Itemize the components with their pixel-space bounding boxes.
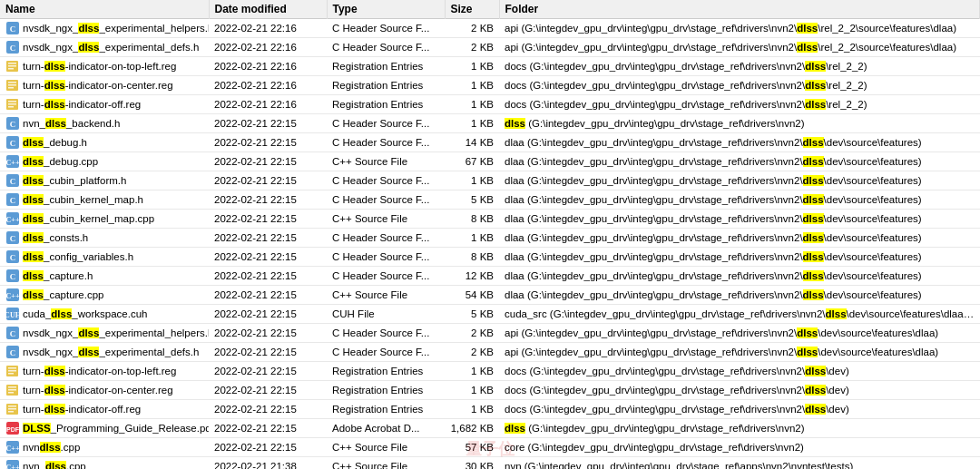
col-header-type[interactable]: Type <box>327 0 445 19</box>
file-name-cell[interactable]: Cdlss_capture.h <box>0 267 209 286</box>
name-highlight: dlss <box>23 289 44 300</box>
file-name-cell[interactable]: Cnvsdk_ngx_dlss_experimental_helpers.h <box>0 19 209 38</box>
file-name-cell[interactable]: turn-dlss-indicator-on-center.reg <box>0 381 209 400</box>
file-name-cell[interactable]: Cdlss_consts.h <box>0 229 209 248</box>
table-row[interactable]: C++nvn_dlss.cpp2022-02-21 21:38C++ Sourc… <box>0 457 980 470</box>
file-list-container[interactable]: Name Date modified Type Size Folder Cnvs… <box>0 0 980 469</box>
name-highlight: DLSS <box>23 423 51 434</box>
file-name-cell[interactable]: Cdlss_config_variables.h <box>0 248 209 267</box>
file-name-cell[interactable]: Cnvn_dlss_backend.h <box>0 114 209 133</box>
table-row[interactable]: Cdlss_config_variables.h2022-02-21 22:15… <box>0 248 980 267</box>
table-row[interactable]: Cnvsdk_ngx_dlss_experimental_defs.h2022-… <box>0 38 980 57</box>
file-name-cell[interactable]: CUHcuda_dlss_workspace.cuh <box>0 305 209 324</box>
folder-highlight: dlss <box>803 194 824 205</box>
file-size: 67 KB <box>445 152 499 171</box>
file-name-cell[interactable]: Cnvsdk_ngx_dlss_experimental_defs.h <box>0 343 209 362</box>
table-row[interactable]: turn-dlss-indicator-on-center.reg2022-02… <box>0 76 980 95</box>
file-name-cell[interactable]: turn-dlss-indicator-off.reg <box>0 400 209 419</box>
file-name-cell[interactable]: Cnvsdk_ngx_dlss_experimental_defs.h <box>0 38 209 57</box>
name-suffix: -indicator-off.reg <box>65 99 142 110</box>
col-header-date[interactable]: Date modified <box>209 0 327 19</box>
table-row[interactable]: CUHcuda_dlss_workspace.cuh2022-02-21 22:… <box>0 305 980 324</box>
name-highlight: dlss <box>23 251 44 262</box>
folder-path: api (G:\integdev_gpu_drv\integ\gpu_drv\s… <box>505 42 956 53</box>
table-row[interactable]: C++dlss_cubin_kernel_map.cpp2022-02-21 2… <box>0 210 980 229</box>
file-name-cell[interactable]: C++dlss_cubin_kernel_map.cpp <box>0 210 209 229</box>
file-name-cell[interactable]: PDFDLSS_Programming_Guide_Release.pdf <box>0 419 209 438</box>
table-row[interactable]: Cnvsdk_ngx_dlss_experimental_helpers.h20… <box>0 19 980 38</box>
table-row[interactable]: C++dlss_capture.cpp2022-02-21 22:15C++ S… <box>0 286 980 305</box>
file-name-cell[interactable]: Cdlss_debug.h <box>0 133 209 152</box>
file-name-cell[interactable]: C++nvndlss.cpp <box>0 438 209 457</box>
folder-path: dlaa (G:\integdev_gpu_drv\integ\gpu_drv\… <box>505 194 922 205</box>
folder-highlight: dlss <box>797 42 818 53</box>
file-type: C Header Source F... <box>327 19 445 38</box>
folder-path: docs (G:\integdev_gpu_drv\integ\gpu_drv\… <box>505 366 849 376</box>
file-name-cell[interactable]: turn-dlss-indicator-on-top-left.reg <box>0 362 209 381</box>
table-row[interactable]: turn-dlss-indicator-off.reg2022-02-21 22… <box>0 400 980 419</box>
table-row[interactable]: turn-dlss-indicator-off.reg2022-02-21 22… <box>0 95 980 114</box>
file-size: 1 KB <box>445 381 499 400</box>
svg-text:C: C <box>10 272 16 281</box>
svg-rect-13 <box>8 101 16 103</box>
col-header-size[interactable]: Size <box>445 0 499 19</box>
file-name-cell[interactable]: C++dlss_capture.cpp <box>0 286 209 305</box>
folder-path: core (G:\integdev_gpu_drv\integ\gpu_drv\… <box>505 442 804 453</box>
name-highlight: dlss <box>40 442 61 453</box>
table-row[interactable]: C++dlss_debug.cpp2022-02-21 22:15C++ Sou… <box>0 152 980 171</box>
svg-text:C: C <box>10 139 16 148</box>
name-suffix: _cubin_kernel_map.h <box>44 194 143 205</box>
file-size: 1,682 KB <box>445 419 499 438</box>
table-row[interactable]: Cdlss_capture.h2022-02-21 22:15C Header … <box>0 267 980 286</box>
table-row[interactable]: turn-dlss-indicator-on-top-left.reg2022-… <box>0 57 980 76</box>
file-type: Registration Entries <box>327 381 445 400</box>
file-type-icon: CUH <box>5 307 20 321</box>
svg-text:C: C <box>10 329 16 338</box>
svg-rect-6 <box>8 65 16 67</box>
table-row[interactable]: Cdlss_consts.h2022-02-21 22:15C Header S… <box>0 229 980 248</box>
table-row[interactable]: Cdlss_cubin_platform.h2022-02-21 22:15C … <box>0 171 980 191</box>
file-size: 2 KB <box>445 324 499 343</box>
file-name-cell[interactable]: turn-dlss-indicator-on-center.reg <box>0 76 209 95</box>
table-row[interactable]: turn-dlss-indicator-on-top-left.reg2022-… <box>0 362 980 381</box>
file-folder: dlaa (G:\integdev_gpu_drv\integ\gpu_drv\… <box>499 210 980 229</box>
file-name-cell[interactable]: turn-dlss-indicator-on-top-left.reg <box>0 57 209 76</box>
file-type: C++ Source File <box>327 457 445 470</box>
table-row[interactable]: Cnvsdk_ngx_dlss_experimental_helpers.h20… <box>0 324 980 343</box>
file-name-cell[interactable]: Cdlss_cubin_platform.h <box>0 171 209 191</box>
table-row[interactable]: turn-dlss-indicator-on-center.reg2022-02… <box>0 381 980 400</box>
file-type: Registration Entries <box>327 76 445 95</box>
file-date: 2022-02-21 22:15 <box>209 152 327 171</box>
folder-highlight: dlss <box>805 61 826 72</box>
table-row[interactable]: Cdlss_debug.h2022-02-21 22:15C Header So… <box>0 133 980 152</box>
file-type-icon: C++ <box>5 154 20 169</box>
file-name-cell[interactable]: Cdlss_cubin_kernel_map.h <box>0 191 209 210</box>
svg-text:C++: C++ <box>6 216 20 224</box>
folder-highlight: dlss <box>803 137 824 148</box>
folder-path: api (G:\integdev_gpu_drv\integ\gpu_drv\s… <box>505 23 956 34</box>
svg-text:C: C <box>10 24 16 34</box>
file-type-icon <box>5 364 20 378</box>
table-row[interactable]: C++nvndlss.cpp2022-02-21 22:15C++ Source… <box>0 438 980 457</box>
folder-path: dlss (G:\integdev_gpu_drv\integ\gpu_drv\… <box>505 118 805 129</box>
col-header-name[interactable]: Name <box>0 0 209 19</box>
table-row[interactable]: PDFDLSS_Programming_Guide_Release.pdf202… <box>0 419 980 438</box>
file-name-cell[interactable]: C++dlss_debug.cpp <box>0 152 209 171</box>
file-type-icon: C++ <box>5 440 20 454</box>
file-name-cell[interactable]: C++nvn_dlss.cpp <box>0 457 209 470</box>
svg-rect-7 <box>8 68 14 70</box>
name-prefix: nvn_ <box>23 461 45 469</box>
file-name-cell[interactable]: turn-dlss-indicator-off.reg <box>0 95 209 114</box>
col-header-folder[interactable]: Folder <box>499 0 980 19</box>
file-folder: docs (G:\integdev_gpu_drv\integ\gpu_drv\… <box>499 381 980 400</box>
table-row[interactable]: Cdlss_cubin_kernel_map.h2022-02-21 22:15… <box>0 191 980 210</box>
table-row[interactable]: Cnvsdk_ngx_dlss_experimental_defs.h2022-… <box>0 343 980 362</box>
file-name-cell[interactable]: Cnvsdk_ngx_dlss_experimental_helpers.h <box>0 324 209 343</box>
file-date: 2022-02-21 22:16 <box>209 76 327 95</box>
name-highlight: dlss <box>44 99 65 110</box>
name-suffix: _experimental_defs.h <box>99 347 199 357</box>
file-type-icon: PDF <box>5 421 20 435</box>
table-row[interactable]: Cnvn_dlss_backend.h2022-02-21 22:15C Hea… <box>0 114 980 133</box>
folder-highlight: dlss <box>803 213 824 224</box>
file-size: 1 KB <box>445 76 499 95</box>
